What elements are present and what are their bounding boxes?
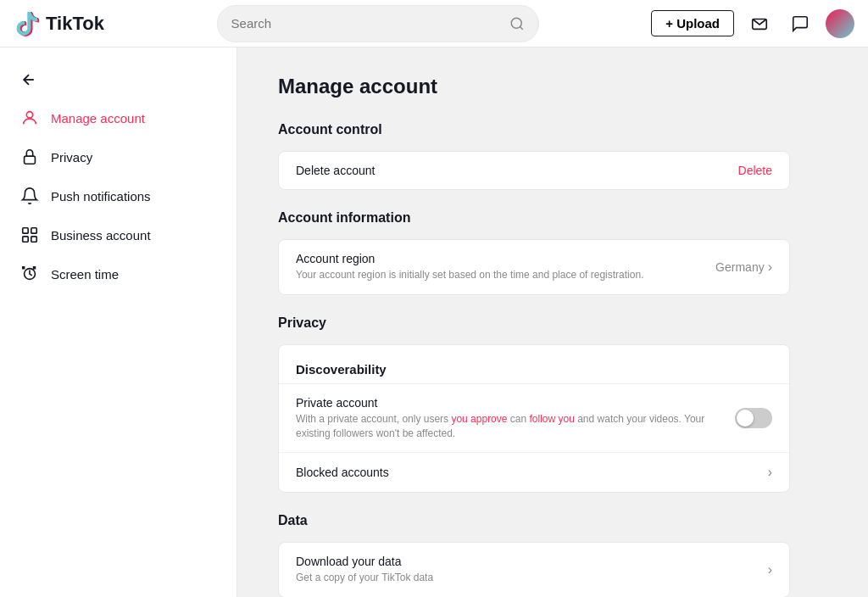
data-card: Download your data Get a copy of your Ti… bbox=[278, 542, 790, 597]
delete-account-label: Delete account bbox=[296, 164, 375, 177]
app-body: Manage account Privacy Push notification… bbox=[0, 47, 868, 597]
main-content-wrapper: Manage account Account control Delete ac… bbox=[237, 47, 868, 597]
messages-button[interactable] bbox=[785, 8, 815, 39]
sidebar-item-business-account[interactable]: Business account bbox=[0, 215, 236, 254]
blocked-accounts-row[interactable]: Blocked accounts › bbox=[279, 452, 789, 492]
svg-rect-7 bbox=[31, 228, 36, 233]
search-bar[interactable] bbox=[217, 5, 539, 42]
private-account-label: Private account bbox=[296, 396, 735, 410]
back-icon bbox=[20, 71, 37, 88]
blocked-accounts-label: Blocked accounts bbox=[296, 466, 389, 479]
svg-rect-5 bbox=[25, 156, 36, 164]
tiktok-logo-icon bbox=[14, 10, 41, 37]
search-icon bbox=[509, 16, 525, 31]
account-region-row: Account region Your account region is in… bbox=[279, 240, 789, 294]
upload-button[interactable]: + Upload bbox=[651, 10, 734, 36]
account-region-value[interactable]: Germany › bbox=[715, 259, 772, 275]
download-data-row[interactable]: Download your data Get a copy of your Ti… bbox=[279, 543, 789, 597]
account-control-card: Delete account Delete bbox=[278, 151, 790, 190]
sidebar-item-manage-account[interactable]: Manage account bbox=[0, 98, 236, 137]
download-data-chevron-icon: › bbox=[768, 562, 772, 577]
svg-point-4 bbox=[26, 112, 32, 118]
avatar[interactable] bbox=[826, 9, 854, 38]
toggle-knob bbox=[737, 410, 754, 427]
header: TikTok + Upload bbox=[0, 0, 868, 47]
sidebar-item-privacy[interactable]: Privacy bbox=[0, 137, 236, 176]
inbox-icon bbox=[750, 14, 769, 33]
account-control-section: Account control Delete account Delete bbox=[278, 122, 790, 190]
discoverability-header: Discoverability bbox=[279, 345, 789, 383]
svg-rect-8 bbox=[23, 237, 28, 242]
private-account-row: Private account With a private account, … bbox=[279, 383, 789, 453]
privacy-card: Discoverability Private account With a p… bbox=[278, 344, 790, 494]
download-data-sublabel: Get a copy of your TikTok data bbox=[296, 571, 720, 585]
delete-account-link[interactable]: Delete bbox=[738, 164, 772, 177]
account-information-card: Account region Your account region is in… bbox=[278, 239, 790, 295]
bell-icon bbox=[20, 187, 41, 205]
svg-rect-9 bbox=[31, 237, 36, 242]
privacy-title: Privacy bbox=[278, 315, 790, 331]
privacy-section: Privacy Discoverability Private account … bbox=[278, 315, 790, 494]
account-information-title: Account information bbox=[278, 210, 790, 226]
timer-icon bbox=[20, 265, 41, 283]
search-input[interactable] bbox=[231, 16, 509, 31]
download-data-label: Download your data bbox=[296, 555, 768, 568]
lock-icon bbox=[20, 148, 41, 166]
private-account-toggle[interactable] bbox=[735, 408, 772, 428]
logo-text: TikTok bbox=[46, 13, 104, 35]
logo[interactable]: TikTok bbox=[14, 10, 104, 37]
main-content: Manage account Account control Delete ac… bbox=[237, 47, 831, 597]
sidebar-item-screen-time[interactable]: Screen time bbox=[0, 254, 236, 293]
page-title: Manage account bbox=[278, 75, 790, 98]
inbox-button[interactable] bbox=[744, 8, 775, 39]
person-icon bbox=[20, 109, 41, 127]
messages-icon bbox=[791, 14, 810, 33]
private-account-sublabel: With a private account, only users you a… bbox=[296, 412, 720, 441]
account-control-title: Account control bbox=[278, 122, 790, 137]
svg-rect-6 bbox=[23, 228, 28, 233]
sidebar-item-push-notifications[interactable]: Push notifications bbox=[0, 176, 236, 215]
sidebar-item-screen-time-label: Screen time bbox=[51, 267, 119, 282]
svg-line-1 bbox=[520, 26, 522, 29]
back-button[interactable] bbox=[0, 61, 236, 98]
data-title: Data bbox=[278, 513, 790, 528]
sidebar: Manage account Privacy Push notification… bbox=[0, 47, 237, 597]
data-section: Data Download your data Get a copy of yo… bbox=[278, 513, 790, 597]
delete-account-row: Delete account Delete bbox=[279, 152, 789, 189]
grid-icon bbox=[20, 226, 41, 244]
account-region-label: Account region bbox=[296, 252, 715, 265]
sidebar-item-business-account-label: Business account bbox=[51, 228, 151, 243]
account-information-section: Account information Account region Your … bbox=[278, 210, 790, 295]
sidebar-item-manage-account-label: Manage account bbox=[51, 111, 145, 126]
header-right: + Upload bbox=[651, 8, 854, 39]
sidebar-item-privacy-label: Privacy bbox=[51, 150, 92, 165]
svg-point-0 bbox=[511, 18, 521, 28]
account-region-sublabel: Your account region is initially set bas… bbox=[296, 268, 715, 282]
blocked-accounts-chevron-icon: › bbox=[768, 465, 772, 480]
account-region-chevron-icon: › bbox=[768, 259, 772, 275]
account-region-country: Germany bbox=[715, 260, 765, 274]
sidebar-item-push-notifications-label: Push notifications bbox=[51, 189, 151, 204]
